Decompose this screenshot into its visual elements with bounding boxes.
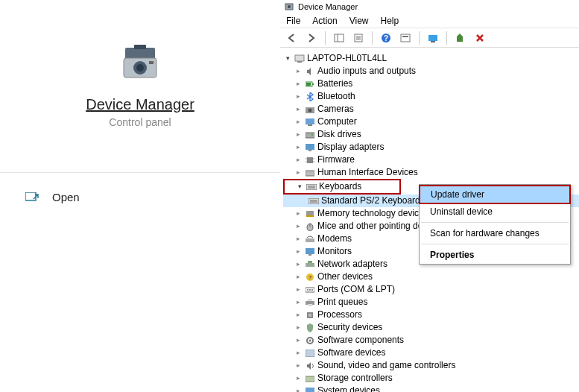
result-card: Device Manager Control panel: [0, 0, 280, 173]
update-driver-button[interactable]: [453, 31, 468, 45]
uninstall-button[interactable]: [472, 31, 487, 45]
svg-rect-25: [312, 83, 314, 85]
show-hide-tree-button[interactable]: [332, 31, 347, 45]
caret-right-icon[interactable]: [294, 105, 303, 114]
speaker-icon: [305, 361, 315, 370]
forward-button[interactable]: [304, 31, 319, 45]
svg-rect-31: [306, 133, 314, 138]
menu-help[interactable]: Help: [381, 16, 399, 26]
category-sound[interactable]: Sound, video and game controllers: [283, 359, 579, 372]
caret-down-icon[interactable]: [295, 183, 304, 192]
caret-right-icon[interactable]: [294, 374, 303, 383]
svg-rect-40: [306, 171, 314, 176]
result-actions: Open: [0, 173, 280, 203]
svg-rect-69: [306, 350, 314, 357]
caret-right-icon[interactable]: [294, 92, 303, 101]
caret-right-icon[interactable]: [294, 311, 303, 320]
computer-icon: [294, 54, 305, 63]
category-firmware[interactable]: Firmware: [283, 154, 579, 166]
action-button[interactable]: [398, 31, 413, 45]
pc-icon: [305, 118, 315, 127]
scan-hardware-button[interactable]: [425, 31, 440, 45]
category-security[interactable]: Security devices: [283, 321, 579, 334]
category-software-devices[interactable]: Software devices: [283, 347, 579, 359]
caret-right-icon[interactable]: [294, 298, 303, 307]
svg-rect-33: [306, 144, 314, 150]
caret-right-icon[interactable]: [294, 323, 303, 332]
svg-text:?: ?: [309, 274, 312, 281]
svg-rect-23: [297, 61, 302, 63]
caret-right-icon[interactable]: [294, 222, 303, 231]
help-button[interactable]: ?: [379, 31, 393, 45]
modem-icon: [305, 235, 315, 244]
disk-icon: [305, 130, 315, 139]
category-computer[interactable]: Computer: [283, 116, 579, 128]
svg-point-61: [311, 289, 313, 291]
category-storage[interactable]: Storage controllers: [283, 372, 579, 385]
category-bluetooth[interactable]: Bluetooth: [283, 90, 579, 103]
svg-point-28: [309, 108, 312, 112]
menu-file[interactable]: File: [286, 16, 300, 26]
category-processors[interactable]: Processors: [283, 309, 579, 321]
svg-rect-19: [428, 35, 437, 41]
caret-right-icon[interactable]: [294, 235, 303, 244]
caret-right-icon[interactable]: [294, 130, 303, 139]
caret-right-icon[interactable]: [294, 273, 303, 282]
menu-scan-hardware[interactable]: Scan for hardware changes: [420, 225, 570, 241]
caret-right-icon[interactable]: [294, 67, 303, 76]
caret-right-icon[interactable]: [294, 209, 303, 218]
ports-icon: [305, 285, 315, 294]
caret-right-icon[interactable]: [294, 336, 303, 345]
caret-right-icon[interactable]: [294, 260, 303, 269]
caret-right-icon[interactable]: [294, 118, 303, 127]
category-hid[interactable]: Human Interface Devices: [283, 166, 579, 179]
menu-uninstall-device[interactable]: Uninstall device: [420, 203, 570, 220]
caret-right-icon[interactable]: [294, 168, 303, 177]
caret-right-icon[interactable]: [294, 349, 303, 358]
category-batteries[interactable]: Batteries: [283, 78, 579, 90]
menu-action[interactable]: Action: [312, 16, 337, 26]
result-title[interactable]: Device Manager: [86, 96, 194, 113]
network-icon: [305, 260, 315, 269]
category-display[interactable]: Display adapters: [283, 141, 579, 154]
memory-icon: [305, 209, 315, 218]
category-disk[interactable]: Disk drives: [283, 128, 579, 141]
caret-right-icon[interactable]: [294, 361, 303, 370]
caret-right-icon[interactable]: [294, 143, 303, 152]
category-print[interactable]: Print queues: [283, 296, 579, 309]
menu-properties[interactable]: Properties: [420, 247, 570, 263]
caret-right-icon[interactable]: [294, 387, 303, 393]
category-ports[interactable]: Ports (COM & LPT): [283, 283, 579, 296]
svg-rect-34: [309, 150, 311, 151]
properties-button[interactable]: [351, 31, 366, 45]
category-cameras[interactable]: Cameras: [283, 103, 579, 116]
category-keyboards[interactable]: Keyboards: [283, 179, 401, 195]
category-system[interactable]: System devices: [283, 385, 579, 392]
caret-down-icon[interactable]: [283, 54, 292, 63]
svg-rect-6: [25, 192, 36, 200]
category-software-components[interactable]: Software components: [283, 334, 579, 347]
camera-icon: [305, 105, 315, 114]
battery-icon: [305, 80, 315, 89]
window-title: Device Manager: [298, 2, 358, 11]
back-button[interactable]: [285, 31, 300, 45]
menu-bar: File Action View Help: [280, 13, 579, 28]
menu-update-driver[interactable]: Update driver: [419, 185, 571, 204]
tree-root[interactable]: LAPTOP-HL0TL4LL: [283, 52, 579, 65]
caret-right-icon[interactable]: [294, 285, 303, 294]
svg-rect-55: [308, 261, 312, 263]
caret-right-icon[interactable]: [294, 156, 303, 165]
svg-rect-47: [306, 211, 314, 215]
svg-rect-70: [306, 376, 314, 382]
svg-rect-9: [335, 34, 344, 42]
open-action[interactable]: Open: [25, 191, 280, 203]
monitor-icon: [305, 247, 315, 256]
caret-right-icon[interactable]: [294, 80, 303, 89]
svg-point-8: [288, 5, 291, 8]
menu-view[interactable]: View: [349, 16, 369, 26]
category-audio[interactable]: Audio inputs and outputs: [283, 65, 579, 78]
category-other[interactable]: ?Other devices: [283, 271, 579, 283]
caret-right-icon[interactable]: [294, 247, 303, 256]
audio-icon: [305, 67, 315, 76]
printer-icon: [305, 298, 315, 307]
